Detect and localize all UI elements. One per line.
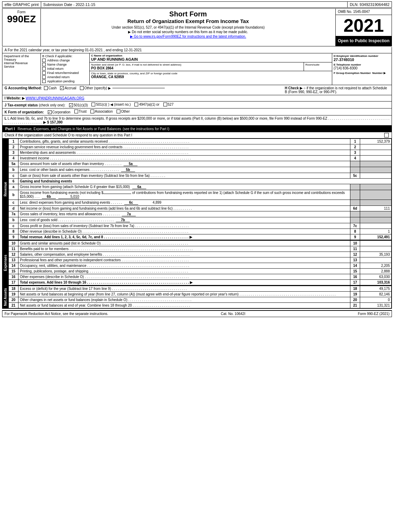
row-val	[360, 240, 392, 246]
part1-check-box[interactable]	[384, 133, 389, 137]
other-field[interactable]	[112, 88, 165, 88]
accounting-row: G Accounting Method: Cash Accrual Other …	[2, 85, 392, 95]
row-val: 152,491	[360, 234, 392, 240]
fo-corp-chk[interactable]	[48, 110, 52, 114]
cb-name-change-label: Name change	[47, 63, 67, 66]
row-val-gray	[360, 190, 392, 200]
fo-corp: Corporation	[48, 110, 70, 114]
te-501c3: 501(c)(3)	[69, 103, 88, 107]
row-num: a	[9, 184, 18, 190]
cb-initial-return-box[interactable]	[42, 67, 46, 70]
row-line: 19	[350, 291, 360, 297]
fo-other: Other	[117, 110, 130, 113]
row-val: 111	[360, 205, 392, 211]
row-desc: Gain or (loss) from sale of assets other…	[18, 173, 350, 178]
acct-cash: Cash	[44, 86, 57, 90]
accrual-checkbox[interactable]	[60, 86, 64, 90]
org-info-block: C Name of organization UP AND RUNNING AG…	[90, 53, 332, 85]
h-label: H Check ▶	[285, 86, 303, 90]
address-label: Number and street (or P. O. box, if mail…	[91, 63, 302, 66]
row-line: 8	[350, 228, 360, 234]
fo-assoc-chk[interactable]	[90, 110, 94, 113]
tax-exempt-note: (check only one):	[39, 103, 65, 107]
info-block: Department of the Treasury Internal Reve…	[2, 53, 392, 85]
row-desc: Net assets or fund balances at end of ye…	[18, 302, 350, 308]
te-501c3-chk[interactable]	[69, 103, 73, 107]
cb-final-return-box[interactable]	[42, 71, 46, 75]
notice2-link[interactable]: ▶ Go to www.irs.gov/Form990EZ for instru…	[44, 35, 333, 38]
other-label: Other (specify) ▶	[84, 86, 111, 90]
year-line: A For the 2021 calendar year, or tax yea…	[2, 47, 392, 53]
row-line: 3	[350, 150, 360, 155]
fo-trust-chk[interactable]	[74, 110, 78, 113]
table-row: 10 Grants and similar amounts paid (list…	[9, 240, 392, 246]
row-line: 15	[350, 268, 360, 274]
fo-other-chk[interactable]	[117, 110, 120, 113]
row-val: 2,205	[360, 263, 392, 268]
row-desc: Total revenue. Add lines 1, 2, 3, 4, 5c,…	[18, 234, 350, 240]
fo-assoc-label: Association	[95, 110, 113, 113]
te-4947-chk[interactable]	[134, 103, 138, 106]
cb-address-change: Address change	[42, 59, 88, 62]
cb-application-pending-label: Application pending	[47, 80, 75, 83]
row-desc: Benefits paid to or for members . . . . …	[18, 246, 350, 252]
cb-name-change-box[interactable]	[42, 63, 46, 66]
row-val	[360, 246, 392, 252]
row-num: 19	[9, 291, 18, 297]
part1-title: Part I	[5, 127, 15, 131]
table-row: 3 Membership dues and assessments . . . …	[9, 150, 392, 155]
table-row: 1 Contributions, gifts, grants, and simi…	[9, 138, 392, 144]
row-val-gray	[360, 161, 392, 167]
te-501c-chk[interactable]	[91, 103, 95, 106]
row-desc: Investment income . . . . . . . . . . . …	[18, 155, 350, 161]
phone-value: (714) 836-8300	[334, 66, 390, 70]
accounting-method: G Accounting Method: Cash Accrual Other …	[5, 86, 278, 90]
row-desc: Net income or (loss) from gaming and fun…	[18, 205, 350, 211]
table-row: a Gross income from gaming (attach Sched…	[9, 184, 392, 190]
address-cell: Number and street (or P. O. box, if mail…	[90, 62, 304, 71]
center-header: Short Form Return of Organization Exempt…	[41, 9, 336, 46]
row-val-gray	[360, 184, 392, 190]
row-val: 152,379	[360, 138, 392, 144]
room-label: Room/suite	[305, 63, 330, 66]
table-row: c Less: direct expenses from gaming and …	[9, 200, 392, 205]
table-row: 7a Gross sales of inventory, less return…	[9, 211, 392, 217]
row-desc: Total expenses. Add lines 10 through 16 …	[18, 279, 350, 285]
row-val-gray	[360, 200, 392, 205]
ein-value: 27-3749310	[334, 58, 390, 62]
fo-assoc: Association	[90, 110, 113, 113]
row-val: 0	[360, 297, 392, 302]
cb-amended-return-box[interactable]	[42, 75, 46, 79]
cb-address-change-label: Address change	[47, 59, 70, 62]
table-row: 6 Gaming and fundraising events	[9, 178, 392, 184]
cb-address-change-box[interactable]	[42, 59, 46, 62]
net-assets-table: 18 Excess or (deficit) for the year (Sub…	[8, 286, 392, 308]
row-val-gray	[360, 167, 392, 173]
table-row: 8 Other revenue (describe in Schedule O)…	[9, 228, 392, 234]
right-header: OMB No. 1545-0047 2021 Open to Public In…	[336, 9, 392, 46]
te-4947-label: 4947(a)(1) or	[139, 103, 159, 106]
cash-checkbox[interactable]	[44, 86, 48, 90]
form-990ez: 990EZ	[4, 14, 39, 25]
other-checkbox[interactable]	[80, 86, 84, 90]
row-desc: Less: cost of goods sold . . . . . . . .…	[18, 217, 350, 223]
cb-application-pending-box[interactable]	[42, 80, 46, 83]
cb-amended-return-label: Amended return	[47, 75, 70, 79]
row-num: 6	[9, 178, 18, 184]
checkboxes-block: B Check if applicable: Address change Na…	[41, 53, 90, 85]
row-line: 17	[350, 279, 360, 285]
cash-label: Cash	[49, 86, 57, 90]
row-desc: Gross income from fundraising events (no…	[18, 190, 350, 200]
l-line: L L Add lines 5b, 6c, and 7b to line 9 t…	[2, 115, 392, 126]
table-row: 2 Program service revenue including gove…	[9, 144, 392, 150]
accrual-label: Accrual	[65, 86, 76, 90]
te-527-chk[interactable]	[163, 103, 167, 106]
website-url[interactable]: WWW.UPANDRUNNINGAGAIN.ORG	[26, 96, 84, 100]
row-num: b	[9, 167, 18, 173]
row-line: 13	[350, 257, 360, 263]
fo-trust-label: Trust	[79, 110, 87, 113]
row-line: 6d	[350, 205, 360, 211]
cb-final-return: Final return/terminated	[42, 71, 88, 75]
row-desc: Gross income from gaming (attach Schedul…	[18, 184, 350, 190]
k-label: K Form of organization:	[5, 110, 44, 114]
